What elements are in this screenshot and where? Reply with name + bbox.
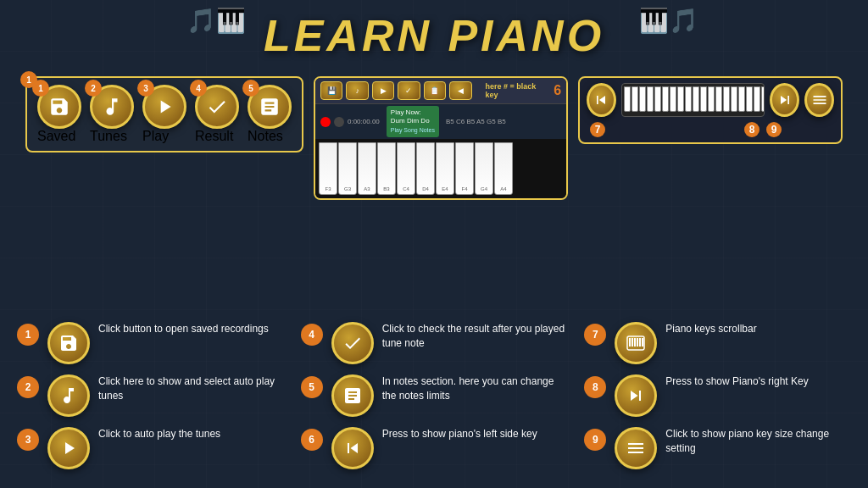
mini-white-key-11 — [708, 86, 715, 112]
mini-white-key-10 — [700, 86, 707, 112]
help-text-1: Click button to open saved recordings — [98, 322, 269, 336]
toolbar-badge: 1 — [20, 71, 37, 88]
help-icon-7[interactable] — [615, 322, 657, 364]
notes-label: Notes — [248, 129, 283, 143]
help-badge-5: 5 — [301, 376, 323, 398]
help-badge-6: 6 — [301, 429, 323, 451]
help-item-6: 6 Press to show piano's left side key — [301, 427, 568, 469]
mini-white-key-14 — [731, 86, 737, 112]
help-icon-6[interactable] — [331, 427, 374, 469]
help-item-4: 4 Click to check the result after you pl… — [301, 322, 568, 364]
mini-white-key-3 — [647, 86, 654, 112]
time-display: 0:00:00.00 — [348, 118, 380, 125]
help-icon-5[interactable] — [331, 374, 374, 417]
menu-button[interactable] — [804, 83, 834, 117]
title-area: 🎵🎹 LEARN PIANO 🎹🎵 — [0, 0, 868, 61]
mini-white-key-5 — [662, 86, 669, 112]
notes-badge: 5 — [242, 80, 259, 97]
mini-white-key-9 — [693, 86, 699, 112]
result-tool: 4 Result — [195, 85, 239, 144]
svg-rect-2 — [632, 338, 633, 347]
mini-white-key-8 — [685, 86, 692, 112]
white-key-A3[interactable]: A3 — [358, 142, 376, 195]
help-item-7: 7 Piano keys scrollbar — [584, 322, 851, 364]
white-key-D4[interactable]: D4 — [416, 142, 435, 195]
white-key-G4[interactable]: G4 — [475, 142, 493, 195]
play-song-label: Play Song Notes — [391, 127, 435, 133]
here-label: here # = black key — [486, 82, 548, 99]
help-icon-8[interactable] — [615, 374, 657, 417]
help-badge-3: 3 — [17, 429, 39, 451]
piano-tunes-btn[interactable]: ♪ — [346, 81, 368, 100]
help-icon-4[interactable] — [331, 322, 374, 364]
svg-rect-5 — [639, 338, 641, 347]
help-badge-9: 9 — [584, 429, 606, 451]
svg-rect-6 — [642, 338, 643, 347]
help-text-8: Press to show Piano's right Key — [665, 374, 808, 389]
help-badge-8: 8 — [584, 376, 606, 398]
mini-white-key-7 — [677, 86, 684, 112]
badge-8: 8 — [744, 122, 760, 137]
notes-display: B5 C6 B5 A5 G5 B5 — [446, 118, 506, 125]
play-badge: 3 — [137, 80, 154, 97]
white-key-A4[interactable]: A4 — [494, 142, 513, 195]
white-key-F4[interactable]: F4 — [455, 142, 474, 195]
white-key-F3[interactable]: F3 — [319, 142, 337, 195]
help-badge-4: 4 — [301, 324, 323, 346]
help-badge-2: 2 — [17, 376, 39, 398]
piano-back-btn[interactable]: ◀ — [449, 81, 471, 100]
mini-white-key-16 — [746, 86, 753, 112]
help-icon-9[interactable] — [615, 427, 657, 469]
help-icon-2[interactable] — [47, 374, 90, 417]
white-key-G3[interactable]: G3 — [338, 142, 357, 195]
mini-white-key-4 — [654, 86, 661, 112]
page-title: LEARN PIANO — [0, 10, 868, 61]
piano-result-btn[interactable]: ✓ — [398, 81, 420, 100]
piano-notes-btn[interactable]: 📋 — [424, 81, 446, 100]
play-tool: 3 Play — [142, 85, 186, 144]
mini-piano — [622, 85, 765, 115]
mini-white-key-17 — [754, 86, 760, 112]
column-2: 4 Click to check the result after you pl… — [301, 322, 568, 480]
tunes-label: Tunes — [90, 129, 127, 143]
column-3: 7 Piano keys scrollbar 8 Press to show P… — [584, 322, 851, 480]
white-key-C4[interactable]: C4 — [397, 142, 415, 195]
svg-rect-3 — [634, 338, 636, 347]
piano-top-bar: 💾 ♪ ▶ ✓ 📋 ◀ here # = black key 6 — [315, 78, 566, 104]
piano-display: 💾 ♪ ▶ ✓ 📋 ◀ here # = black key 6 0:00:00… — [314, 76, 568, 200]
play-label: Play — [142, 129, 169, 143]
help-badge-1: 1 — [17, 324, 39, 346]
help-badge-7: 7 — [584, 324, 606, 346]
right-panel: 7 8 9 — [578, 76, 843, 144]
help-text-9: Click to show piano key size change sett… — [665, 427, 851, 456]
help-item-2: 2 Click here to show and select auto pla… — [17, 374, 284, 417]
svg-rect-4 — [637, 338, 638, 347]
mini-white-key-18 — [761, 86, 765, 112]
help-icon-3[interactable] — [47, 427, 90, 469]
white-key-B3[interactable]: B3 — [377, 142, 396, 195]
help-text-6: Press to show piano's left side key — [382, 427, 537, 441]
badge-9: 9 — [766, 122, 782, 137]
notes-tool: 5 Notes — [248, 85, 292, 144]
white-key-E4[interactable]: E4 — [436, 142, 454, 195]
help-icon-1[interactable] — [47, 322, 90, 364]
help-item-5: 5 In notes section. here you can change … — [301, 374, 568, 417]
saved-label: Saved — [37, 129, 75, 143]
tunes-badge: 2 — [85, 80, 102, 97]
bottom-section: 1 Click button to open saved recordings … — [17, 322, 851, 480]
next-key-button[interactable] — [770, 83, 799, 117]
piano-play-btn[interactable]: ▶ — [372, 81, 394, 100]
help-item-9: 9 Click to show piano key size change se… — [584, 427, 851, 469]
top-panel: 1 1 Saved 2 Tunes 3 Play 4 — [25, 76, 843, 200]
result-badge: 4 — [190, 80, 207, 97]
badge-6: 6 — [554, 83, 561, 98]
help-text-2: Click here to show and select auto play … — [98, 374, 284, 403]
svg-rect-1 — [629, 338, 631, 347]
mini-white-key-0 — [624, 86, 631, 112]
saved-tool: 1 Saved — [37, 85, 81, 144]
piano-saved-btn[interactable]: 💾 — [320, 81, 342, 100]
prev-key-button[interactable] — [587, 83, 616, 117]
help-text-3: Click to auto play the tunes — [98, 427, 220, 441]
mini-white-key-2 — [639, 86, 646, 112]
piano-scroll-display — [621, 83, 765, 117]
